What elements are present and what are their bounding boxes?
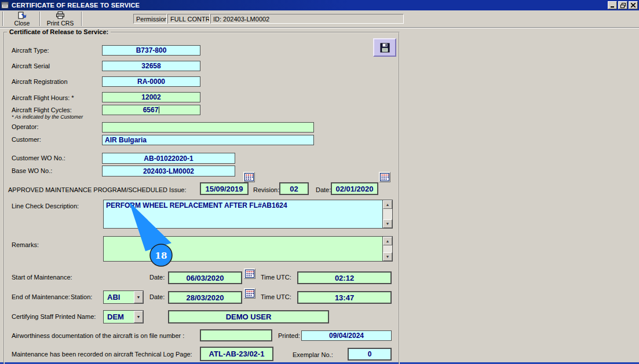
flight-cycles-field[interactable]: 6567 <box>102 105 200 115</box>
chevron-down-icon[interactable]: ▼ <box>134 291 143 303</box>
operator-field[interactable] <box>102 122 314 133</box>
app-icon <box>1 1 9 9</box>
customer-wo-field[interactable]: AB-01022020-1 <box>102 153 235 164</box>
tech-log-label: Maintenance has been recorded on aircraf… <box>12 351 192 358</box>
remarks-textarea[interactable]: ▲ ▼ <box>103 236 393 262</box>
line-check-textarea[interactable]: PERFORM WHEEL REPLACEMENT AFTER FL#AB162… <box>103 200 393 229</box>
start-date-calendar-button[interactable] <box>244 269 255 279</box>
aircraft-serial-field[interactable]: 32658 <box>102 61 200 71</box>
aircraft-type-label: Aircraft Type: <box>12 47 49 54</box>
end-maintenance-label: End of Maintenance: <box>12 293 70 300</box>
amp-issue-date-field[interactable]: 15/09/2019 <box>200 182 249 195</box>
flight-cycles-label: Aircraft Flight Cycles: <box>12 106 72 113</box>
aircraft-registration-field[interactable]: RA-0000 <box>102 76 200 87</box>
toolbar: Close Print CRS Permission: FULL CONTROL… <box>0 10 639 28</box>
base-wo-field[interactable]: 202403-LM0002 <box>102 166 235 177</box>
permission-value-box: FULL CONTROL <box>167 14 210 24</box>
amp-date-field[interactable]: 02/01/2020 <box>331 182 378 195</box>
toolbar-separator <box>2 12 3 26</box>
customer-field[interactable]: AIR Bulgaria <box>102 135 314 145</box>
end-date-label: Date: <box>149 293 165 300</box>
amp-revision-field[interactable]: 02 <box>279 182 309 195</box>
amp-date-calendar-button[interactable] <box>379 172 390 182</box>
exemplar-field[interactable]: 0 <box>348 348 392 361</box>
airworthiness-label: Airworthiness documentation of the aircr… <box>12 332 184 339</box>
airworthiness-file-field[interactable] <box>200 329 272 341</box>
save-button[interactable] <box>373 38 396 57</box>
scroll-down-icon[interactable]: ▼ <box>383 252 392 261</box>
chevron-down-icon[interactable]: ▼ <box>134 311 143 323</box>
start-date-field[interactable]: 06/03/2020 <box>168 271 242 284</box>
amp-issue-calendar-button[interactable] <box>243 172 255 182</box>
calendar-icon <box>245 289 254 297</box>
end-date-field[interactable]: 28/03/2020 <box>168 291 242 304</box>
start-maintenance-label: Start of Maintenance: <box>12 274 72 281</box>
end-time-label: Time UTC: <box>261 293 291 300</box>
certifying-staff-combobox[interactable]: DEM ▼ <box>103 310 144 323</box>
window-title: CERTIFICATE OF RELEASE TO SERVICE <box>12 2 607 9</box>
record-id-box: ID: 202403-LM0002 <box>210 14 404 24</box>
toolbar-separator <box>81 12 82 26</box>
aircraft-serial-label: Aircraft Serial <box>12 62 50 69</box>
line-check-label: Line Check Description: <box>12 203 79 209</box>
start-time-field[interactable]: 02:12 <box>297 271 392 284</box>
customer-wo-label: Customer WO No.: <box>12 155 65 161</box>
calendar-icon <box>244 173 254 181</box>
close-window-button[interactable] <box>629 1 638 9</box>
certifying-staff-label: Certifying Staff Printed Name: <box>12 313 96 320</box>
floppy-icon <box>380 43 390 53</box>
end-date-calendar-button[interactable] <box>244 288 255 299</box>
print-crs-button[interactable]: Print CRS <box>43 11 78 27</box>
station-combobox[interactable]: ABI ▼ <box>103 291 144 304</box>
scroll-down-icon[interactable]: ▼ <box>383 219 392 228</box>
groupbox-title: Certificate of Release to Service: <box>7 28 111 35</box>
base-wo-label: Base WO No.: <box>12 167 52 174</box>
scroll-up-icon[interactable]: ▲ <box>383 237 392 245</box>
line-check-scrollbar[interactable]: ▲ ▼ <box>382 200 392 228</box>
start-time-label: Time UTC: <box>261 274 291 281</box>
end-time-field[interactable]: 13:47 <box>297 291 392 304</box>
amp-date-label: Date: <box>316 186 331 193</box>
minimize-button[interactable] <box>608 1 617 9</box>
amp-revision-label: Revision: <box>253 186 279 193</box>
close-button[interactable]: Close <box>6 11 38 27</box>
restore-button[interactable] <box>618 1 627 9</box>
operator-label: Operator: <box>12 123 38 130</box>
flight-hours-label: Aircraft Flight Hours: * <box>12 94 74 101</box>
exit-icon <box>18 12 27 19</box>
start-date-label: Date: <box>149 274 165 281</box>
print-crs-label: Print CRS <box>47 20 74 27</box>
text-cursor <box>159 106 159 113</box>
printed-date-field: 09/04/2024 <box>301 330 392 341</box>
printed-label: Printed: <box>278 332 300 339</box>
titlebar: CERTIFICATE OF RELEASE TO SERVICE <box>0 0 639 10</box>
customer-label: Customer: <box>12 136 41 143</box>
close-button-label: Close <box>14 20 30 27</box>
permission-label-box: Permission: <box>133 14 167 24</box>
exemplar-label: Exemplar No.: <box>293 351 333 358</box>
aircraft-registration-label: Aircraft Registration <box>12 78 68 85</box>
scroll-up-icon[interactable]: ▲ <box>383 200 392 209</box>
calendar-icon <box>380 173 389 181</box>
customer-note: * As indicated by the Customer <box>12 114 83 120</box>
tech-log-page-field[interactable]: ATL-AB-23/02-1 <box>200 347 273 361</box>
toolbar-separator <box>39 12 41 26</box>
aircraft-type-field[interactable]: B737-800 <box>102 45 200 56</box>
calendar-icon <box>245 270 254 278</box>
remarks-scrollbar[interactable]: ▲ ▼ <box>382 237 392 261</box>
end-station-label: Station: <box>71 293 92 300</box>
amp-label: APPROVED MAINTENANCE PROGRAM/SCHEDULED I… <box>8 186 186 193</box>
flight-hours-field[interactable]: 12002 <box>102 92 200 102</box>
printer-icon <box>56 12 65 19</box>
remarks-label: Remarks: <box>12 241 39 248</box>
certifying-staff-name-field[interactable]: DEMO USER <box>168 310 329 323</box>
app-window: CERTIFICATE OF RELEASE TO SERVICE Close <box>0 0 639 364</box>
